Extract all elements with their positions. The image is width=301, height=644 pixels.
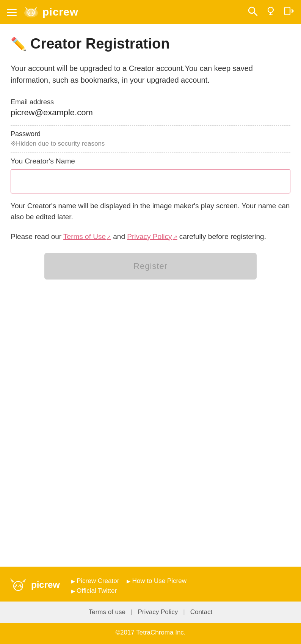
svg-point-12 (249, 7, 255, 13)
footer-bottom: Terms of use | Privacy Policy | Contact (0, 602, 301, 623)
email-value: picrew@example.com (11, 108, 290, 121)
footer-nav-links: ▶ Picrew Creator ▶ How to Use Picrew ▶ O… (71, 577, 187, 595)
password-field-group: Password ※Hidden due to security reasons (11, 130, 290, 148)
header-right (247, 6, 294, 19)
footer-top: picrew ▶ Picrew Creator ▶ How to Use Pic… (8, 577, 293, 595)
site-header: picrew (0, 0, 301, 24)
site-footer: picrew ▶ Picrew Creator ▶ How to Use Pic… (0, 567, 301, 644)
terms-text: Please read our Terms of Use↗ and Privac… (11, 231, 290, 242)
footer-contact-link[interactable]: Contact (190, 608, 213, 616)
footer-privacy-link[interactable]: Privacy Policy (138, 608, 178, 616)
hamburger-menu-button[interactable] (7, 9, 17, 16)
site-logo[interactable]: picrew (23, 6, 78, 18)
cat-logo-icon (23, 6, 39, 18)
svg-point-5 (29, 12, 30, 13)
svg-point-14 (268, 7, 273, 13)
arrow-icon-1: ▶ (71, 578, 75, 584)
svg-point-7 (31, 13, 31, 14)
page-title: ✏️ Creator Registration (11, 36, 290, 52)
svg-point-24 (18, 586, 19, 587)
footer-links-row-1: ▶ Picrew Creator ▶ How to Use Picrew (71, 577, 187, 585)
logout-icon[interactable] (284, 6, 294, 19)
password-divider (11, 152, 290, 152)
privacy-external-icon: ↗ (173, 234, 177, 240)
arrow-icon-2: ▶ (127, 578, 130, 584)
svg-marker-20 (22, 578, 26, 583)
terms-external-icon: ↗ (107, 234, 111, 240)
svg-point-22 (16, 584, 17, 586)
main-content: ✏️ Creator Registration Your account wil… (0, 24, 301, 567)
email-label: Email address (11, 98, 290, 106)
title-icon: ✏️ (11, 36, 27, 52)
password-hint: ※Hidden due to security reasons (11, 140, 290, 148)
footer-cat-icon (8, 577, 29, 592)
name-hint-text: Your Creator's name will be displayed in… (11, 200, 290, 223)
footer-wordmark: picrew (31, 580, 60, 590)
search-icon[interactable] (247, 6, 258, 19)
footer-link-official-twitter[interactable]: ▶ Official Twitter (71, 587, 117, 595)
footer-divider-2: | (183, 608, 185, 616)
creator-name-input[interactable] (11, 169, 290, 193)
svg-point-6 (32, 12, 33, 13)
svg-point-21 (14, 581, 23, 591)
footer-logo: picrew (8, 577, 61, 592)
register-button[interactable]: Register (44, 253, 257, 280)
footer-terms-link[interactable]: Terms of use (89, 608, 125, 616)
privacy-policy-link[interactable]: Privacy Policy↗ (127, 232, 177, 240)
header-left: picrew (7, 6, 78, 18)
email-divider (11, 125, 290, 126)
password-label: Password (11, 130, 290, 138)
svg-rect-17 (285, 7, 290, 15)
footer-links-row-2: ▶ Official Twitter (71, 587, 187, 595)
footer-divider-1: | (131, 608, 132, 616)
footer-link-how-to-use[interactable]: ▶ How to Use Picrew (127, 577, 187, 585)
email-field-group: Email address picrew@example.com (11, 98, 290, 121)
description-text: Your account will be upgraded to a Creat… (11, 63, 290, 86)
footer-copyright: ©2017 TetraChroma Inc. (8, 623, 293, 644)
svg-point-23 (19, 584, 21, 586)
terms-of-use-link[interactable]: Terms of Use↗ (63, 232, 111, 240)
idea-icon[interactable] (265, 6, 276, 19)
footer-logo-wrap: picrew (8, 577, 61, 592)
logo-wordmark: picrew (42, 6, 78, 18)
arrow-icon-3: ▶ (71, 588, 75, 594)
footer-link-picrew-creator[interactable]: ▶ Picrew Creator (71, 577, 119, 585)
svg-marker-19 (10, 578, 14, 583)
svg-point-1 (26, 9, 36, 16)
creator-name-label: You Creator's Name (11, 157, 290, 165)
svg-line-13 (254, 13, 257, 16)
